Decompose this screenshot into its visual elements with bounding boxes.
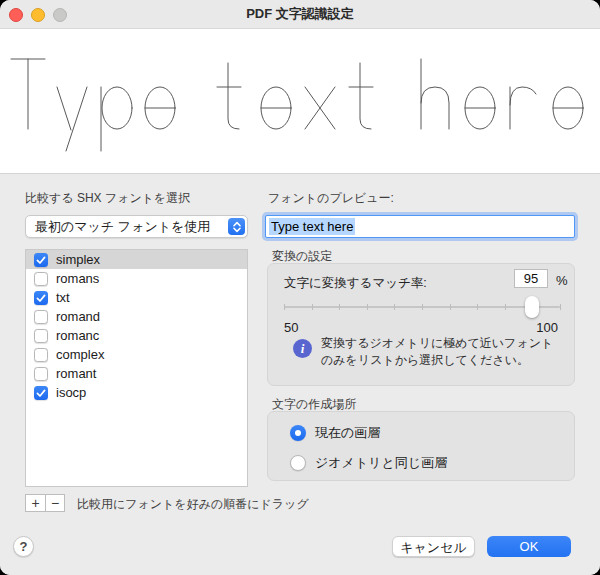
selected-text: Type text here xyxy=(269,218,355,235)
checkbox-checked-icon[interactable] xyxy=(34,386,48,400)
radio-button-icon[interactable] xyxy=(290,425,306,441)
slider-thumb[interactable] xyxy=(525,296,539,318)
font-list-item-txt[interactable]: txt xyxy=(26,288,247,307)
font-name-label: romans xyxy=(56,271,99,286)
font-name-label: romant xyxy=(56,366,96,381)
font-name-label: romand xyxy=(56,309,100,324)
checkbox-checked-icon[interactable] xyxy=(34,253,48,267)
slider-min-label: 50 xyxy=(284,320,298,335)
font-list-item-romant[interactable]: romant xyxy=(26,364,247,383)
titlebar: PDF 文字認識設定 xyxy=(0,0,600,29)
add-font-button[interactable]: + xyxy=(25,494,45,512)
dropdown-selected-value: 最初のマッチ フォントを使用 xyxy=(35,216,210,237)
stroke-text-canvas xyxy=(0,29,600,173)
info-message: 変換するジオメトリに極めて近いフォントのみをリストから選択してください。 xyxy=(321,335,563,369)
slider-max-label: 100 xyxy=(536,320,558,335)
ok-button[interactable]: OK xyxy=(487,536,571,557)
font-name-label: simplex xyxy=(56,252,100,267)
info-icon: i xyxy=(293,339,312,358)
font-list[interactable]: simplexromanstxtromandromanccomplexroman… xyxy=(25,249,248,487)
slider-tick xyxy=(312,304,313,310)
font-list-item-romand[interactable]: romand xyxy=(26,307,247,326)
percent-label: % xyxy=(556,273,568,288)
font-list-item-complex[interactable]: complex xyxy=(26,345,247,364)
help-button[interactable]: ? xyxy=(13,536,34,557)
font-name-label: txt xyxy=(56,290,70,305)
main-panel: 比較する SHX フォントを選択 最初のマッチ フォントを使用 simplexr… xyxy=(0,173,600,575)
font-name-label: isocp xyxy=(56,385,86,400)
font-name-label: romanc xyxy=(56,328,99,343)
font-preview-input[interactable]: Type text here xyxy=(265,215,575,238)
slider-tick xyxy=(339,304,340,310)
radio-option-geometry-layer[interactable]: ジオメトリと同じ画層 xyxy=(290,454,447,472)
checkbox-unchecked-icon[interactable] xyxy=(34,348,48,362)
conversion-settings-group: 文字に変換するマッチ率: 95 % 50 100 i 変換するジオメトリに極めて… xyxy=(267,263,575,386)
font-list-item-simplex[interactable]: simplex xyxy=(26,250,247,269)
slider-tick xyxy=(422,304,423,310)
checkbox-unchecked-icon[interactable] xyxy=(34,367,48,381)
drag-order-hint: 比較用にフォントを好みの順番にドラッグ xyxy=(77,496,309,513)
match-rate-field[interactable]: 95 xyxy=(514,269,548,288)
slider-tick xyxy=(450,304,451,310)
chevron-up-down-icon[interactable] xyxy=(228,218,245,235)
slider-tick xyxy=(560,304,561,310)
font-list-item-isocp[interactable]: isocp xyxy=(26,383,247,402)
font-list-item-romanc[interactable]: romanc xyxy=(26,326,247,345)
radio-button-icon[interactable] xyxy=(290,455,306,471)
match-font-dropdown[interactable]: 最初のマッチ フォントを使用 xyxy=(25,215,248,238)
checkbox-unchecked-icon[interactable] xyxy=(34,329,48,343)
dialog-window: PDF 文字認識設定 比較する SHX フォントを選択 最初のマッチ フォントを… xyxy=(0,0,600,575)
radio-label: 現在の画層 xyxy=(315,424,380,442)
remove-font-button[interactable]: − xyxy=(45,494,65,512)
slider-tick xyxy=(284,304,285,310)
slider-tick xyxy=(394,304,395,310)
checkbox-checked-icon[interactable] xyxy=(34,291,48,305)
font-preview-label: フォントのプレビュー: xyxy=(268,190,394,207)
match-rate-label: 文字に変換するマッチ率: xyxy=(284,275,427,292)
list-edit-segmented-control: + − xyxy=(25,494,65,512)
radio-label: ジオメトリと同じ画層 xyxy=(315,454,447,472)
slider-tick xyxy=(505,304,506,310)
radio-option-current-layer[interactable]: 現在の画層 xyxy=(290,424,380,442)
font-list-item-romans[interactable]: romans xyxy=(26,269,247,288)
window-title: PDF 文字認識設定 xyxy=(0,0,600,28)
checkbox-unchecked-icon[interactable] xyxy=(34,272,48,286)
font-name-label: complex xyxy=(56,347,104,362)
match-rate-slider[interactable] xyxy=(284,296,560,318)
text-placement-group: 現在の画層 ジオメトリと同じ画層 xyxy=(267,411,575,481)
checkbox-unchecked-icon[interactable] xyxy=(34,310,48,324)
font-select-label: 比較する SHX フォントを選択 xyxy=(25,190,190,207)
slider-tick xyxy=(477,304,478,310)
cancel-button[interactable]: キャンセル xyxy=(392,536,475,557)
slider-tick xyxy=(367,304,368,310)
shx-stroke-preview xyxy=(0,29,600,173)
